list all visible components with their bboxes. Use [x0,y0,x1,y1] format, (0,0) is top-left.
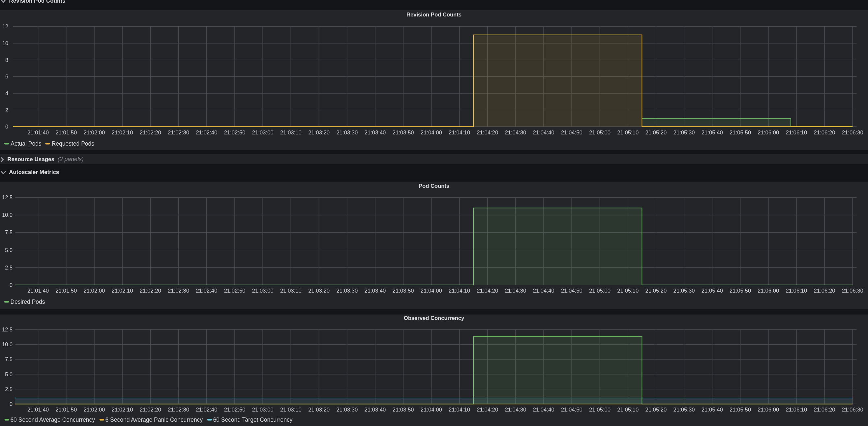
svg-text:21:02:10: 21:02:10 [112,129,133,136]
svg-text:Pod Counts: Pod Counts [419,183,449,189]
svg-text:21:06:10: 21:06:10 [785,288,807,294]
svg-text:0: 0 [9,401,12,407]
svg-text:21:06:00: 21:06:00 [757,406,779,413]
svg-text:21:03:20: 21:03:20 [308,406,330,413]
svg-text:21:05:30: 21:05:30 [674,406,695,413]
svg-text:21:02:20: 21:02:20 [140,406,161,413]
svg-text:21:02:50: 21:02:50 [224,406,245,413]
svg-text:21:01:50: 21:01:50 [55,288,77,294]
svg-text:5.0: 5.0 [5,371,12,377]
svg-text:21:05:40: 21:05:40 [702,288,723,294]
svg-text:21:04:00: 21:04:00 [421,288,442,294]
svg-text:Actual Pods: Actual Pods [10,140,41,147]
svg-text:21:06:30: 21:06:30 [842,129,863,136]
svg-text:21:06:20: 21:06:20 [814,406,835,413]
svg-text:21:05:00: 21:05:00 [589,129,611,136]
svg-text:6: 6 [5,73,8,79]
svg-text:21:04:50: 21:04:50 [561,406,583,413]
svg-text:21:02:30: 21:02:30 [168,129,189,136]
svg-text:Resource Usages: Resource Usages [7,156,54,162]
svg-text:21:03:20: 21:03:20 [308,288,330,294]
svg-text:21:03:00: 21:03:00 [252,406,274,413]
svg-text:12.5: 12.5 [2,327,12,332]
svg-text:21:06:10: 21:06:10 [785,406,807,413]
svg-text:21:03:40: 21:03:40 [364,129,386,136]
svg-text:10.0: 10.0 [2,212,12,218]
svg-text:21:03:10: 21:03:10 [280,129,302,136]
svg-text:21:04:30: 21:04:30 [505,406,526,413]
svg-text:21:03:20: 21:03:20 [308,129,330,136]
svg-text:2.5: 2.5 [5,386,12,392]
svg-text:Revision Pod Counts: Revision Pod Counts [406,11,462,18]
svg-text:Requested Pods: Requested Pods [52,140,95,147]
svg-text:21:02:30: 21:02:30 [168,406,189,413]
svg-text:21:03:10: 21:03:10 [280,288,302,294]
svg-text:21:02:10: 21:02:10 [112,288,133,294]
svg-text:21:06:20: 21:06:20 [814,129,835,136]
svg-text:21:01:40: 21:01:40 [27,129,49,136]
svg-text:10.0: 10.0 [2,341,12,347]
svg-text:21:04:30: 21:04:30 [505,129,526,136]
svg-text:Observed Concurrency: Observed Concurrency [404,315,464,321]
svg-text:0: 0 [9,282,12,288]
svg-text:21:05:20: 21:05:20 [645,129,666,136]
svg-text:60 Second Average Concurrency: 60 Second Average Concurrency [10,417,95,423]
svg-text:21:03:00: 21:03:00 [252,129,274,136]
svg-text:12: 12 [2,23,8,29]
svg-text:7.5: 7.5 [5,229,12,235]
svg-text:Autoscaler Metrics: Autoscaler Metrics [9,169,59,175]
svg-text:21:02:20: 21:02:20 [140,129,161,136]
svg-text:21:04:00: 21:04:00 [421,406,442,413]
svg-text:21:06:00: 21:06:00 [757,288,779,294]
svg-text:21:02:00: 21:02:00 [84,406,105,413]
svg-text:21:04:20: 21:04:20 [477,129,498,136]
svg-text:21:06:20: 21:06:20 [814,288,835,294]
svg-text:21:03:50: 21:03:50 [393,129,414,136]
svg-text:2: 2 [5,107,8,113]
svg-text:21:02:50: 21:02:50 [224,129,245,136]
svg-text:21:04:50: 21:04:50 [561,288,583,294]
svg-text:21:01:50: 21:01:50 [55,129,77,136]
svg-text:12.5: 12.5 [2,194,12,200]
svg-text:21:04:30: 21:04:30 [505,288,526,294]
svg-text:21:01:40: 21:01:40 [27,406,49,413]
svg-text:21:04:20: 21:04:20 [477,406,498,413]
svg-text:21:02:40: 21:02:40 [196,406,217,413]
svg-text:21:04:10: 21:04:10 [449,406,470,413]
svg-text:21:04:10: 21:04:10 [449,288,470,294]
svg-text:21:06:30: 21:06:30 [842,288,863,294]
svg-text:21:03:50: 21:03:50 [393,288,414,294]
svg-text:7.5: 7.5 [5,356,12,362]
svg-text:21:02:40: 21:02:40 [196,129,217,136]
svg-text:8: 8 [5,57,8,63]
svg-text:10: 10 [2,40,8,46]
svg-text:21:05:10: 21:05:10 [617,406,639,413]
svg-text:21:05:20: 21:05:20 [645,406,666,413]
svg-text:6 Second Average Panic Concurr: 6 Second Average Panic Concurrency [105,417,203,423]
svg-text:2.5: 2.5 [5,265,12,270]
svg-text:21:02:20: 21:02:20 [140,288,161,294]
svg-text:21:02:00: 21:02:00 [84,288,105,294]
svg-text:21:06:30: 21:06:30 [842,406,863,413]
svg-text:21:05:40: 21:05:40 [702,129,723,136]
svg-text:21:03:50: 21:03:50 [393,406,414,413]
svg-text:21:05:30: 21:05:30 [674,129,695,136]
svg-text:21:04:40: 21:04:40 [533,129,555,136]
svg-text:21:05:30: 21:05:30 [674,288,695,294]
svg-text:21:05:00: 21:05:00 [589,406,611,413]
svg-text:Revision Pod Counts: Revision Pod Counts [9,0,66,4]
svg-text:21:04:50: 21:04:50 [561,129,583,136]
svg-text:21:03:10: 21:03:10 [280,406,302,413]
svg-text:21:05:40: 21:05:40 [702,406,723,413]
svg-text:21:03:30: 21:03:30 [336,406,358,413]
svg-text:21:03:40: 21:03:40 [364,288,386,294]
svg-text:21:03:30: 21:03:30 [336,288,358,294]
svg-text:21:04:10: 21:04:10 [449,129,470,136]
svg-text:21:06:00: 21:06:00 [757,129,779,136]
svg-text:21:02:10: 21:02:10 [112,406,133,413]
svg-text:21:04:40: 21:04:40 [533,288,555,294]
svg-text:21:04:20: 21:04:20 [477,288,498,294]
svg-text:Desired Pods: Desired Pods [10,298,45,305]
svg-text:21:04:40: 21:04:40 [533,406,555,413]
svg-text:21:04:00: 21:04:00 [421,129,442,136]
